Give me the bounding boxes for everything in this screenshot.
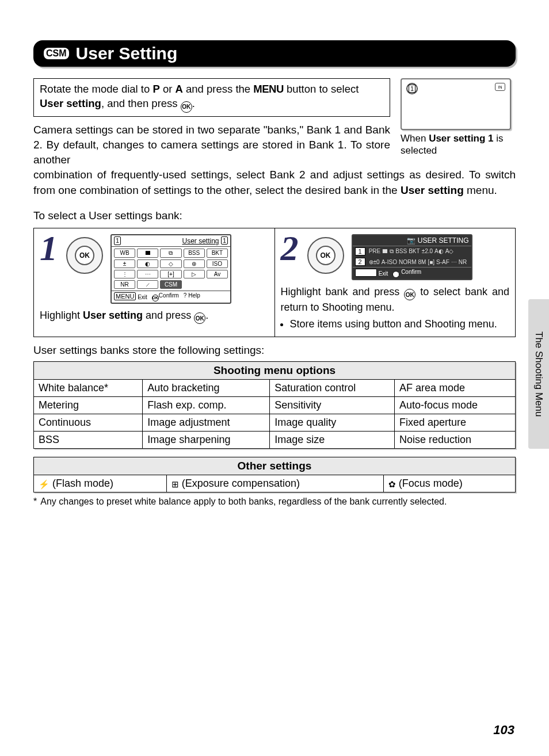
step-1-icon-grid: WB⯀⧉BSSBKT ±◐◇⊛ISO ⋮⋯[+]▷Av NR⟋CSM	[114, 249, 228, 289]
instr-text: Rotate the mode dial to	[40, 83, 152, 95]
step-1: 1 OK 1 User setting 1 WB⯀⧉BSSBKT ±◐◇⊛ISO	[33, 228, 275, 337]
body-para-1a: Camera settings can be stored in two sep…	[33, 123, 390, 168]
ok-icon: OK	[404, 289, 415, 300]
side-tab: The Shooting Menu	[528, 299, 549, 449]
in-icon: IN	[495, 83, 505, 91]
mode-p: P	[152, 83, 159, 95]
step-2-number: 2	[281, 234, 299, 263]
step-1-screen: 1 User setting 1 WB⯀⧉BSSBKT ±◐◇⊛ISO ⋮⋯[+…	[110, 234, 231, 304]
page-number: 103	[493, 723, 514, 738]
menu-button-label: MENU	[253, 83, 283, 95]
mode-a: A	[176, 83, 183, 95]
section-title-bar: CSM User Setting	[33, 40, 516, 67]
ok-icon: OK	[194, 312, 205, 324]
multi-selector-icon: OK	[304, 234, 347, 277]
step-2: 2 OK 📷 USER SETTING 1 PRE⯀⧉BSS BKT±2.0A◐	[275, 228, 516, 337]
bank-1-icon: 1	[406, 83, 418, 94]
ok-icon: OK	[181, 101, 192, 113]
bank-1-option: 1	[355, 247, 365, 255]
other-settings-table: Other settings ⚡ (Flash mode) ⊞ (Exposur…	[33, 457, 516, 492]
table-row: BSS Image sharpening Image size Noise re…	[34, 431, 516, 448]
multi-selector-icon: OK	[63, 234, 106, 277]
csm-badge: CSM	[44, 48, 69, 59]
steps-row: 1 OK 1 User setting 1 WB⯀⧉BSSBKT ±◐◇⊛ISO	[33, 228, 516, 337]
bank-2-option: 2	[355, 258, 365, 266]
step-2-caption: Highlight bank and press OK to select ba…	[281, 285, 510, 331]
step-1-caption: Highlight User setting and press OK.	[40, 308, 269, 324]
footnote: * Any changes to preset white balance ap…	[33, 496, 516, 508]
table-row: Metering Flash exp. comp. Sensitivity Au…	[34, 396, 516, 414]
table-row: Continuous Image adjustment Image qualit…	[34, 414, 516, 431]
shooting-options-table: Shooting menu options White balance* Aut…	[33, 361, 516, 449]
focus-mode-icon: ✿	[388, 479, 396, 490]
step-2-screen: 📷 USER SETTING 1 PRE⯀⧉BSS BKT±2.0A◐A◇ 2 …	[352, 234, 472, 280]
side-tab-label: The Shooting Menu	[533, 331, 544, 417]
body-para-1b: combination of frequently-used settings,…	[33, 167, 516, 197]
user-setting-bold: User setting	[40, 97, 101, 109]
body-para-2: To select a User settings bank:	[33, 208, 516, 223]
other-table-header: Other settings	[34, 457, 516, 475]
section-title: User Setting	[76, 44, 178, 63]
lcd-caption: When User setting 1 is selected	[401, 132, 516, 157]
shooting-table-header: Shooting menu options	[34, 361, 516, 379]
lcd-preview: 1 IN	[401, 78, 511, 130]
table-row: White balance* Auto bracketing Saturatio…	[34, 379, 516, 396]
instruction-box: Rotate the mode dial to P or A and press…	[33, 78, 390, 117]
table-intro: User settings banks store the following …	[33, 344, 516, 357]
table-row: ⚡ (Flash mode) ⊞ (Exposure compensation)…	[34, 475, 516, 492]
step-1-number: 1	[40, 234, 58, 263]
flash-icon: ⚡	[39, 479, 49, 490]
exposure-comp-icon: ⊞	[171, 479, 179, 490]
